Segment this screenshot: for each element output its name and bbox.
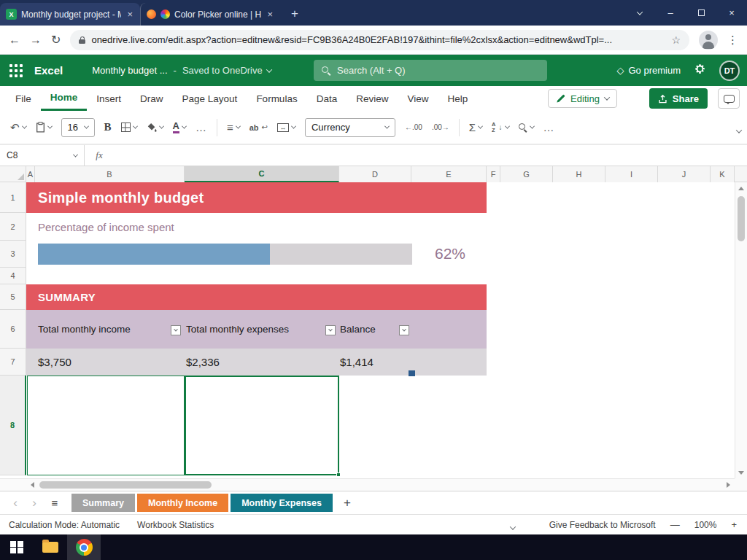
new-tab-button[interactable]: +	[285, 4, 305, 24]
document-title[interactable]: Monthly budget ...	[92, 65, 167, 76]
browser-profile-avatar[interactable]	[699, 31, 718, 50]
sheet-tab-monthly-income[interactable]: Monthly Income	[137, 494, 228, 512]
tab-close-icon[interactable]: ×	[266, 9, 274, 20]
ribbon-tab-formulas[interactable]: Formulas	[247, 86, 306, 111]
bookmark-star-icon[interactable]: ☆	[671, 34, 681, 46]
fill-color-button[interactable]	[147, 122, 163, 133]
column-header-F[interactable]: F	[487, 166, 500, 182]
filter-dropdown-expenses[interactable]	[325, 325, 336, 335]
row-header-5[interactable]: 5	[0, 284, 26, 310]
sheet-next-icon[interactable]: ›	[25, 496, 44, 510]
maximize-button[interactable]	[686, 0, 716, 26]
percent-value-cell[interactable]: 62%	[435, 242, 465, 265]
ribbon-tab-view[interactable]: View	[398, 86, 438, 111]
start-button[interactable]	[0, 534, 34, 560]
cell-balance-value[interactable]: $1,414	[340, 349, 374, 376]
cell-income-value[interactable]: $3,750	[38, 349, 71, 376]
select-all-corner[interactable]	[0, 166, 26, 182]
sheet-tab-monthly-expenses[interactable]: Monthly Expenses	[231, 494, 333, 512]
percent-label-cell[interactable]: Percentage of income spent	[38, 213, 174, 241]
ribbon-tab-data[interactable]: Data	[307, 86, 347, 111]
reload-button[interactable]: ↻	[51, 33, 61, 47]
workbook-statistics-button[interactable]: Workbook Statistics	[128, 520, 222, 530]
ribbon-tab-home[interactable]: Home	[41, 86, 88, 111]
ribbon-tab-help[interactable]: Help	[438, 86, 477, 111]
row-header-1[interactable]: 1	[0, 182, 26, 213]
zoom-out-button[interactable]: —	[670, 519, 680, 530]
comments-button[interactable]	[718, 88, 740, 109]
status-chevron-icon[interactable]	[511, 522, 515, 532]
filter-dropdown-income[interactable]	[171, 325, 181, 335]
undo-button[interactable]: ↶	[10, 121, 26, 134]
alignment-button[interactable]: ≡	[227, 121, 240, 133]
row-header-2[interactable]: 2	[0, 213, 26, 241]
vertical-scrollbar[interactable]	[735, 182, 747, 478]
table-header-balance[interactable]: Balance	[340, 310, 376, 349]
account-avatar[interactable]: DT	[719, 61, 740, 81]
table-header-expenses[interactable]: Total monthly expenses	[186, 310, 289, 349]
increase-decimal-button[interactable]: .00→	[432, 123, 449, 131]
forward-button[interactable]: →	[30, 34, 42, 47]
row-header-4[interactable]: 4	[0, 268, 26, 284]
wrap-text-button[interactable]: ab↩	[249, 123, 268, 132]
column-header-H[interactable]: H	[553, 166, 605, 182]
share-button[interactable]: Share	[649, 88, 708, 109]
number-format-select[interactable]: Currency	[305, 118, 395, 137]
zoom-in-button[interactable]: +	[731, 519, 737, 530]
scroll-down-icon[interactable]	[735, 467, 747, 478]
minimize-button[interactable]: –	[655, 0, 686, 26]
chrome-taskbar-button[interactable]	[67, 534, 101, 560]
fx-icon[interactable]: fx	[85, 145, 114, 166]
column-header-G[interactable]: G	[500, 166, 553, 182]
sheet-prev-icon[interactable]: ‹	[6, 496, 25, 510]
calculation-mode-button[interactable]: Calculation Mode: Automatic	[0, 520, 128, 530]
scroll-left-icon[interactable]	[26, 479, 38, 491]
horizontal-scrollbar[interactable]	[0, 478, 735, 491]
merge-cells-button[interactable]: ↔	[277, 123, 295, 132]
scroll-right-icon[interactable]	[722, 479, 734, 491]
font-color-button[interactable]: A	[173, 121, 186, 133]
search-box[interactable]: Search (Alt + Q)	[314, 60, 547, 81]
table-header-income[interactable]: Total monthly income	[38, 310, 131, 349]
autosum-button[interactable]: Σ	[469, 121, 482, 133]
find-button[interactable]	[519, 123, 534, 132]
row-header-6[interactable]: 6	[0, 310, 26, 349]
browser-menu-icon[interactable]: ⋮	[727, 34, 738, 47]
font-size-select[interactable]: 16	[61, 118, 95, 137]
sheet-tab-summary[interactable]: Summary	[71, 494, 135, 512]
column-header-K[interactable]: K	[711, 166, 735, 182]
ribbon-tab-file[interactable]: File	[6, 86, 41, 111]
ribbon-collapse-button[interactable]	[737, 123, 741, 136]
horizontal-scroll-thumb[interactable]	[39, 481, 212, 489]
file-explorer-button[interactable]	[34, 534, 67, 560]
cell-B8[interactable]	[27, 376, 185, 475]
summary-banner-cell[interactable]: SUMMARY	[26, 284, 487, 310]
percent-bar-track[interactable]	[38, 244, 412, 265]
sort-filter-button[interactable]: AZ↓	[492, 122, 508, 133]
editing-mode-button[interactable]: Editing	[548, 89, 617, 108]
zoom-level[interactable]: 100%	[694, 520, 717, 530]
sheet-list-menu-icon[interactable]: ≡	[44, 497, 66, 509]
browser-tab-excel[interactable]: X Monthly budget project - Micros ×	[0, 3, 140, 26]
title-banner-cell[interactable]: Simple monthly budget	[26, 182, 487, 213]
decrease-decimal-button[interactable]: ←.00	[405, 123, 422, 131]
formula-input[interactable]	[114, 145, 747, 166]
column-header-D[interactable]: D	[339, 166, 411, 182]
ribbon-tab-draw[interactable]: Draw	[131, 86, 173, 111]
ribbon-tab-review[interactable]: Review	[347, 86, 398, 111]
row-header-7[interactable]: 7	[0, 349, 26, 376]
feedback-link[interactable]: Give Feedback to Microsoft	[549, 520, 656, 530]
tab-search-chevron-icon[interactable]	[624, 0, 655, 26]
app-launcher-icon[interactable]	[9, 64, 23, 77]
ribbon-tab-page-layout[interactable]: Page Layout	[173, 86, 247, 111]
column-header-A[interactable]: A	[26, 166, 35, 182]
vertical-scroll-thumb[interactable]	[738, 196, 745, 241]
add-sheet-button[interactable]: +	[344, 496, 351, 510]
column-header-E[interactable]: E	[411, 166, 487, 182]
row-header-3[interactable]: 3	[0, 241, 26, 268]
column-header-J[interactable]: J	[658, 166, 711, 182]
bold-button[interactable]: B	[104, 121, 112, 133]
borders-button[interactable]	[121, 122, 137, 132]
close-button[interactable]: ×	[716, 0, 747, 26]
url-bar[interactable]: onedrive.live.com/edit.aspx?action=editn…	[70, 30, 689, 50]
